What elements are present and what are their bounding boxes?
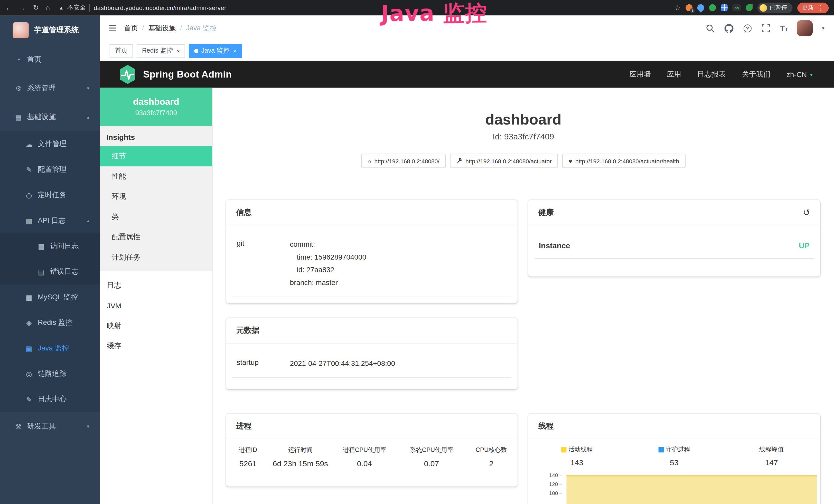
search-icon[interactable] <box>705 23 715 33</box>
instance-url-link[interactable]: ⌂ http://192.168.0.2:48080/ <box>361 154 446 168</box>
sidebar-item-config-mgmt[interactable]: ✎ 配置管理 <box>0 157 100 182</box>
mysql-monitor-icon: ▦ <box>25 293 33 301</box>
instance-nav-label: 细节 <box>112 152 126 161</box>
instance-nav-label: 映射 <box>107 321 121 331</box>
sba-nav-applications[interactable]: 应用 <box>667 70 681 79</box>
sidebar-item-access-log[interactable]: ▤ 访问日志 <box>0 233 100 259</box>
app-logo-row[interactable]: 芋道管理系统 <box>0 16 100 45</box>
sidebar-item-dev-tools[interactable]: ⚒ 研发工具 ▾ <box>0 412 100 441</box>
health-instance-row[interactable]: Instance UP <box>534 241 814 259</box>
gear-icon: ⚙ <box>14 84 22 92</box>
page-header: ☰ 首页 / 基础设施 / Java 监控 ? TT ▾ <box>100 16 834 41</box>
instance-nav-jvm[interactable]: JVM <box>100 296 212 316</box>
sidebar-item-infrastructure[interactable]: ▤ 基础设施 ▴ <box>0 103 100 132</box>
sidebar-item-redis-monitor[interactable]: ◈ Redis 监控 <box>0 310 100 335</box>
address-divider <box>89 4 90 12</box>
extension-icon-orange[interactable]: 1 <box>685 4 693 11</box>
chrome-update-button[interactable]: 更新 ⋮ <box>797 2 829 13</box>
sba-locale-select[interactable]: zh-CN ▾ <box>787 70 813 78</box>
profile-emoji-icon <box>760 4 767 12</box>
instance-nav-scheduled-tasks[interactable]: 计划任务 <box>100 247 212 268</box>
legend-daemon-threads: 守护进程 53 <box>626 445 723 467</box>
github-icon[interactable] <box>724 23 733 33</box>
y-tick-label: 120 <box>549 481 558 487</box>
instance-nav-caches[interactable]: 缓存 <box>100 336 212 357</box>
breadcrumb-infrastructure[interactable]: 基础设施 <box>148 23 176 33</box>
address-url[interactable]: dashboard.yudao.iocoder.cn/infra/admin-s… <box>94 5 226 11</box>
instance-nav-label: 缓存 <box>107 341 121 351</box>
info-value: commit: time: 1596289704000 id: 27aa832 … <box>290 238 507 289</box>
instance-nav-details[interactable]: 细节 <box>100 146 212 166</box>
sidebar-item-home[interactable]: ◔ 首页 <box>0 45 100 74</box>
breadcrumb-home[interactable]: 首页 <box>124 23 138 33</box>
tabs-bar: 首页 Redis 监控 × Java 监控 × <box>100 41 834 61</box>
metadata-card-header: 元数据 <box>226 318 518 343</box>
sidebar-toggle-icon[interactable]: ☰ <box>108 23 117 33</box>
sidebar-item-system-mgmt[interactable]: ⚙ 系统管理 ▾ <box>0 74 100 103</box>
user-avatar[interactable] <box>797 20 813 36</box>
tab-home[interactable]: 首页 <box>110 44 133 58</box>
browser-menu-icon[interactable]: ⋮ <box>817 4 824 12</box>
sba-nav-wallboard[interactable]: 应用墙 <box>629 70 651 79</box>
sidebar-item-error-log[interactable]: ▤ 错误日志 <box>0 259 100 284</box>
wrench-icon <box>456 158 462 164</box>
extension-icon-on-badge[interactable]: on <box>732 4 741 11</box>
tools-icon: ⚒ <box>14 422 22 430</box>
sba-nav-about[interactable]: 关于我们 <box>742 70 771 79</box>
sidebar-item-mysql-monitor[interactable]: ▦ MySQL 监控 <box>0 284 100 310</box>
cloud-icon: ☁ <box>25 140 33 148</box>
extension-icon-green-circle[interactable] <box>709 4 716 11</box>
log-center-icon: ✎ <box>25 395 33 403</box>
instance-nav-classes[interactable]: 类 <box>100 207 212 227</box>
instance-header[interactable]: dashboard 93a3fc7f7409 <box>100 88 212 126</box>
sba-brand-title[interactable]: Spring Boot Admin <box>143 69 232 80</box>
health-url-link[interactable]: ♥ http://192.168.0.2:48080/actuator/heal… <box>562 154 685 168</box>
health-card-title: 健康 <box>539 207 554 217</box>
sidebar-item-label: Redis 监控 <box>38 318 72 327</box>
info-card-title: 信息 <box>236 207 251 217</box>
security-label[interactable]: 不安全 <box>67 4 86 12</box>
instance-nav-configprops[interactable]: 配置属性 <box>100 227 212 247</box>
chevron-down-icon: ▾ <box>87 86 89 91</box>
chevron-down-icon: ▾ <box>87 423 89 429</box>
sidebar-item-trace[interactable]: ◎ 链路追踪 <box>0 361 100 386</box>
instance-nav-performance[interactable]: 性能 <box>100 166 212 187</box>
fullscreen-icon[interactable] <box>761 23 771 33</box>
browser-home-icon[interactable]: ⌂ <box>46 4 50 11</box>
browser-back-icon[interactable]: ← <box>5 4 12 11</box>
font-size-icon[interactable]: TT <box>780 24 788 32</box>
update-label: 更新 <box>802 4 814 12</box>
bookmark-star-icon[interactable]: ☆ <box>675 4 681 11</box>
tab-close-icon[interactable]: × <box>233 47 236 54</box>
address-bar[interactable]: ▲ 不安全 dashboard.yudao.iocoder.cn/infra/a… <box>59 4 226 12</box>
sidebar-item-scheduled-jobs[interactable]: ◷ 定时任务 <box>0 182 100 208</box>
instance-nav-environment[interactable]: 环境 <box>100 187 212 207</box>
extension-icon-leaf[interactable] <box>746 4 752 11</box>
instance-nav-mappings[interactable]: 映射 <box>100 316 212 336</box>
sba-locale-value: zh-CN <box>787 70 807 78</box>
extension-icon-droplet[interactable] <box>696 3 706 13</box>
help-icon[interactable]: ? <box>743 23 752 33</box>
help-glyph: ? <box>743 24 751 32</box>
sidebar-item-label: 错误日志 <box>50 267 79 276</box>
browser-forward-icon[interactable]: → <box>19 4 26 11</box>
sidebar-item-label: 首页 <box>27 55 42 64</box>
sba-nav-journal[interactable]: 日志报表 <box>697 70 726 79</box>
actuator-url-link[interactable]: http://192.168.0.2:48080/actuator <box>450 154 558 168</box>
sidebar-item-log-center[interactable]: ✎ 日志中心 <box>0 386 100 412</box>
sidebar-item-java-monitor[interactable]: ▣ Java 监控 <box>0 336 100 361</box>
browser-reload-icon[interactable]: ↻ <box>33 4 39 11</box>
extension-icon-grid[interactable] <box>721 4 728 11</box>
avatar-caret-down-icon[interactable]: ▾ <box>822 25 824 31</box>
heartbeat-icon: ♥ <box>569 158 572 164</box>
instance-nav-label: 计划任务 <box>112 253 140 262</box>
tab-java-monitor[interactable]: Java 监控 × <box>189 44 242 58</box>
history-icon[interactable]: ↺ <box>803 207 810 217</box>
screen-root: ← → ↻ ⌂ ▲ 不安全 dashboard.yudao.iocoder.cn… <box>0 0 834 504</box>
paused-profile-chip[interactable]: 已暂停 <box>758 2 793 13</box>
instance-nav-logfile[interactable]: 日志 <box>100 275 212 296</box>
sidebar-item-api-log[interactable]: ▥ API 日志 ▴ <box>0 208 100 233</box>
sidebar-item-file-mgmt[interactable]: ☁ 文件管理 <box>0 131 100 157</box>
tab-close-icon[interactable]: × <box>177 47 180 54</box>
tab-redis-monitor[interactable]: Redis 监控 × <box>137 44 185 58</box>
